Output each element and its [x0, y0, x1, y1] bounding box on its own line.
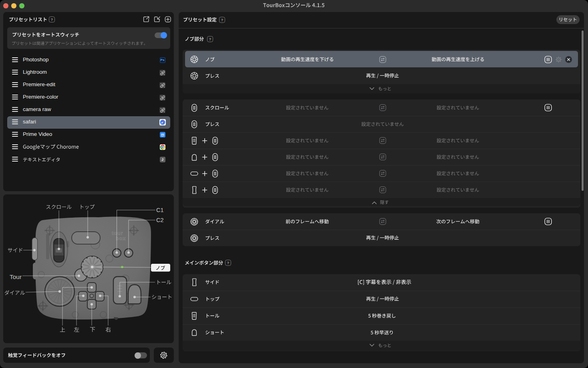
svg-text:C1: C1	[156, 207, 164, 213]
svg-text:C2: C2	[156, 217, 164, 223]
svg-text:box: box	[116, 235, 126, 241]
svg-text:Tour: Tour	[10, 273, 22, 280]
